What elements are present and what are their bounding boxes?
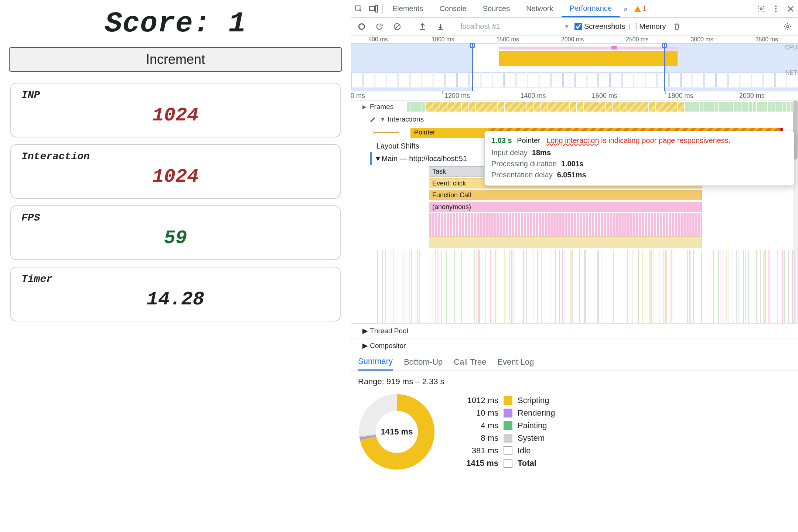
fps-label: FPS — [21, 212, 330, 224]
upload-profile-button[interactable] — [416, 20, 429, 33]
interaction-tooltip: 1.03 s Pointer Long interaction is indic… — [484, 131, 794, 186]
flame-tick: 1600 ms — [592, 92, 617, 100]
caret-down-icon: ▼ — [380, 116, 385, 122]
tab-summary[interactable]: Summary — [358, 353, 393, 371]
interactions-track-header[interactable]: ▼ Interactions — [370, 113, 794, 126]
memory-checkbox[interactable]: Memory — [630, 22, 666, 31]
flame-item[interactable]: Task — [429, 166, 488, 177]
flame-item[interactable]: (anonymous) — [429, 202, 702, 212]
svg-point-6 — [775, 11, 777, 12]
increment-button[interactable]: Increment — [9, 47, 342, 72]
tab-performance[interactable]: Performance — [562, 0, 620, 17]
close-devtools-icon[interactable] — [783, 1, 798, 16]
svg-rect-1 — [369, 6, 375, 11]
devtools-tabstrip: Elements Console Sources Network Perform… — [351, 0, 798, 18]
tooltip-pointer: Pointer — [517, 136, 540, 144]
svg-point-4 — [775, 6, 777, 7]
score-value: 1 — [228, 7, 246, 40]
legend-row: 8 msSystem — [458, 433, 555, 443]
legend-row: 1012 msScripting — [458, 396, 555, 405]
svg-point-3 — [760, 8, 762, 10]
overview-net-label: NET — [785, 69, 797, 77]
caret-right-icon: ▶ — [362, 341, 368, 350]
more-menu-icon[interactable] — [768, 1, 783, 16]
legend-row: 10 msRendering — [458, 408, 555, 418]
legend-row: 381 msIdle — [458, 446, 555, 456]
overview-cpu — [499, 47, 678, 66]
score-label: Score: — [105, 7, 211, 40]
overview-tick: 1500 ms — [496, 36, 519, 43]
compositor-track[interactable]: ▶ Compositor — [351, 338, 798, 353]
app-panel: Score: 1 Increment INP 1024 Interaction … — [0, 0, 351, 532]
main-label: Main — http://localhost:51 — [382, 154, 467, 163]
overview-body[interactable]: ········································… — [351, 44, 798, 91]
overview-tick: 2000 ms — [561, 36, 584, 43]
thread-pool-track[interactable]: ▶ Thread Pool — [351, 323, 798, 338]
pencil-icon — [370, 116, 376, 123]
flame-item[interactable]: Function Call — [429, 190, 702, 200]
inspect-icon[interactable] — [351, 1, 366, 16]
tab-call-tree[interactable]: Call Tree — [454, 353, 486, 371]
tab-bottom-up[interactable]: Bottom-Up — [404, 353, 443, 371]
tt-presentation-label: Presentation delay — [491, 169, 553, 180]
overview-cpu-label: CPU — [785, 44, 797, 52]
caret-down-icon: ▼ — [374, 154, 382, 163]
record-button[interactable] — [355, 20, 368, 33]
perf-toolbar: localhost #1 ▾ Screenshots Memory — [351, 18, 798, 35]
tab-network[interactable]: Network — [518, 0, 561, 17]
more-tabs-chevron[interactable]: » — [620, 0, 631, 17]
metric-card-inp: INP 1024 — [10, 83, 341, 137]
screenshots-label: Screenshots — [584, 22, 625, 31]
reload-record-button[interactable] — [373, 20, 386, 33]
device-mode-icon[interactable] — [366, 1, 381, 16]
tab-event-log[interactable]: Event Log — [497, 353, 534, 371]
tooltip-msg: is indicating poor page responsiveness. — [601, 136, 730, 144]
screenshots-checkbox[interactable]: Screenshots — [574, 22, 625, 31]
settings-icon[interactable] — [754, 1, 768, 16]
screenshots-checkbox-input[interactable] — [574, 23, 582, 30]
caret-right-icon: ▶ — [362, 327, 368, 335]
tt-input-delay-val: 18ms — [532, 147, 551, 158]
warnings-indicator[interactable]: 1 — [631, 4, 649, 13]
pointer-label: Pointer — [414, 129, 435, 136]
overview-handle-right[interactable] — [664, 44, 665, 91]
summary-range: Range: 919 ms – 2.33 s — [358, 377, 791, 386]
flame-tick: 1200 ms — [444, 92, 470, 100]
flame-tick: 1400 ms — [520, 92, 546, 100]
flame-chart[interactable]: 0 ms1200 ms1400 ms1600 ms1800 ms2000 ms2… — [351, 91, 798, 353]
timer-value: 14.28 — [21, 289, 330, 310]
compositor-label: Compositor — [370, 342, 406, 350]
memory-label: Memory — [639, 22, 666, 31]
warning-icon — [634, 6, 641, 12]
flame-tick: 0 ms — [351, 92, 365, 100]
separator — [382, 4, 383, 14]
inp-value: 1024 — [21, 105, 330, 126]
download-profile-button[interactable] — [434, 20, 447, 33]
perf-settings-icon[interactable] — [781, 20, 794, 33]
flame-ruler: 0 ms1200 ms1400 ms1600 ms1800 ms2000 ms2… — [351, 91, 798, 100]
timer-label: Timer — [21, 273, 330, 285]
summary-tabstrip: Summary Bottom-Up Call Tree Event Log — [351, 353, 798, 371]
tab-console[interactable]: Console — [431, 0, 474, 17]
tooltip-long-interaction-link[interactable]: Long interaction — [546, 136, 599, 144]
svg-rect-0 — [356, 6, 360, 10]
overview-ruler: 500 ms1000 ms1500 ms2000 ms2500 ms3000 m… — [351, 35, 798, 44]
flame-dense-area[interactable] — [370, 213, 794, 324]
overview-handle-left[interactable] — [472, 44, 473, 91]
caret-right-icon: ▶ — [362, 104, 368, 110]
tab-elements[interactable]: Elements — [384, 0, 431, 17]
overview-tick: 3500 ms — [756, 36, 778, 43]
legend-row: 4 msPainting — [458, 421, 555, 430]
frames-label: Frames — [370, 103, 393, 111]
tab-sources[interactable]: Sources — [475, 0, 518, 17]
tt-input-delay-label: Input delay — [491, 147, 528, 158]
flame-tick: 1800 ms — [668, 92, 693, 100]
overview-strip[interactable]: 500 ms1000 ms1500 ms2000 ms2500 ms3000 m… — [351, 35, 798, 91]
profile-selector[interactable]: localhost #1 ▾ — [459, 21, 570, 32]
frames-track[interactable]: ▶ Frames — [370, 100, 794, 113]
gc-button[interactable] — [670, 20, 683, 33]
interaction-value: 1024 — [21, 166, 330, 188]
svg-point-5 — [775, 8, 777, 10]
memory-checkbox-input[interactable] — [630, 23, 637, 30]
clear-button[interactable] — [391, 20, 404, 33]
